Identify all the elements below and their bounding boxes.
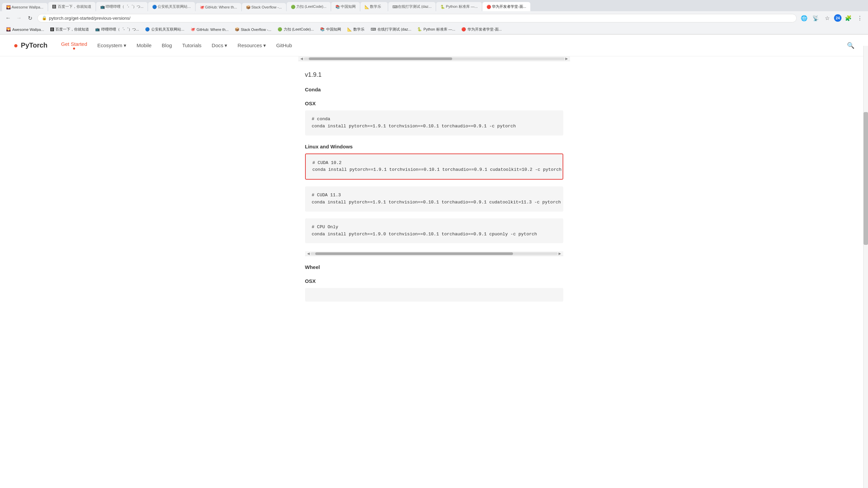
- bookmark-awesome[interactable]: 🌄 Awesome Wallpa...: [3, 26, 47, 33]
- extensions-button[interactable]: 🧩: [844, 13, 853, 23]
- bookmark-button[interactable]: ☆: [822, 13, 832, 23]
- bookmark-math[interactable]: 📐 数学乐: [344, 26, 367, 33]
- nav-mobile[interactable]: Mobile: [137, 42, 152, 48]
- tab-favicon: 🐙: [200, 5, 204, 9]
- scroll-left-arrow[interactable]: ◀: [300, 57, 304, 60]
- profile-badge[interactable]: 24: [834, 14, 842, 22]
- tab-python[interactable]: 🐍 Python 标准库 —...: [436, 2, 482, 11]
- nav-get-started[interactable]: Get Started: [61, 41, 87, 47]
- menu-button[interactable]: ⋮: [855, 13, 865, 23]
- bookmark-leetcode[interactable]: 🟢 力扣 (LeetCode)...: [275, 26, 317, 33]
- tab-favicon: 📚: [335, 5, 339, 9]
- top-scrollbar[interactable]: ◀ ▶: [298, 56, 570, 61]
- nav-github[interactable]: GitHub: [276, 42, 292, 48]
- cast-button[interactable]: 📡: [811, 13, 820, 23]
- wheel-label: Wheel: [305, 264, 563, 270]
- bookmark-baidu[interactable]: 🅱 百度一下，你就知道: [48, 26, 92, 33]
- lock-icon: 🔒: [42, 16, 47, 20]
- reload-button[interactable]: ↻: [25, 13, 35, 23]
- tab-favicon: 📦: [246, 5, 250, 9]
- osx-label: OSX: [305, 101, 563, 106]
- bottom-code-scrollbar[interactable]: ◀ ▶: [305, 251, 563, 256]
- osx2-section: OSX: [305, 278, 563, 302]
- scrollbar-thumb: [309, 57, 452, 60]
- osx-section: OSX # conda conda install pytorch==1.9.1…: [305, 101, 563, 135]
- linux-windows-label: Linux and Windows: [305, 144, 563, 149]
- bottom-scrollbar-track[interactable]: [311, 252, 558, 255]
- tab-github[interactable]: 🐙 GitHub: Where th...: [196, 3, 241, 11]
- bookmark-stackoverflow[interactable]: 📦 Stack Overflow -...: [232, 26, 274, 33]
- browser-tabs: 🌄 Awesome Wallpa... 🅱 百度一下，你就知道 📺 哔哩哔哩（゜…: [0, 0, 868, 11]
- scroll-right-arrow[interactable]: ▶: [565, 57, 569, 60]
- pytorch-logo[interactable]: ● PyTorch: [14, 41, 48, 50]
- tab-bilibili[interactable]: 📺 哔哩哔哩（゜-゜）つ...: [96, 2, 148, 11]
- right-scrollbar-thumb: [864, 112, 868, 245]
- tab-daz[interactable]: ⌨ 在线打字测试 (daz...: [388, 2, 436, 11]
- right-scrollbar[interactable]: [863, 46, 868, 320]
- bookmark-python[interactable]: 🐍 Python 标准库 —...: [414, 26, 458, 33]
- nav-docs[interactable]: Docs ▾: [212, 42, 227, 49]
- nav-blog[interactable]: Blog: [162, 42, 172, 48]
- tab-favicon: 🌄: [6, 5, 10, 9]
- back-button[interactable]: ←: [3, 13, 13, 23]
- cuda102-command: conda install pytorch==1.9.1 torchvision…: [313, 167, 562, 172]
- tab-favicon: 🅱: [52, 5, 56, 9]
- bookmark-cnki[interactable]: 📚 中国知网: [317, 26, 344, 33]
- tab-label: 中国知网: [341, 4, 356, 9]
- wheel-section: Wheel: [305, 264, 563, 270]
- tab-favicon: 🟢: [291, 5, 295, 9]
- nav-tutorials[interactable]: Tutorials: [182, 42, 201, 48]
- tab-label: 数学乐: [370, 4, 381, 9]
- tab-awesome-wallpa[interactable]: 🌄 Awesome Wallpa...: [2, 3, 48, 11]
- tab-cnki[interactable]: 📚 中国知网: [331, 2, 360, 11]
- cpu-command: conda install pytorch==1.9.0 torchvision…: [312, 232, 537, 237]
- tab-huawei[interactable]: 🔴 华为开发者学堂-面...: [482, 2, 530, 11]
- chevron-down-icon: ▾: [263, 42, 266, 49]
- tab-stackoverflow[interactable]: 📦 Stack Overflow -...: [242, 3, 286, 11]
- bookmark-label: 在线打字测试 (daz...: [377, 27, 411, 32]
- nav-resources[interactable]: Resources ▾: [237, 42, 266, 49]
- search-icon[interactable]: 🔍: [847, 42, 854, 49]
- pytorch-navbar: ● PyTorch Get Started Ecosystem ▾ Mobile…: [0, 35, 868, 56]
- bookmark-favicon: 🐍: [417, 27, 422, 32]
- tab-leetcode[interactable]: 🟢 力扣 (LeetCode)...: [287, 2, 331, 11]
- tab-gongantw[interactable]: 🔵 公安机关互联网站...: [148, 2, 195, 11]
- bookmark-favicon: ⌨: [371, 27, 376, 32]
- url-text: pytorch.org/get-started/previous-version…: [49, 16, 792, 21]
- bookmark-label: 数学乐: [353, 27, 365, 32]
- scrollbar-track[interactable]: [304, 57, 565, 60]
- translate-button[interactable]: 🌐: [799, 13, 809, 23]
- bookmark-bilibili[interactable]: 📺 哔哩哔哩（゜-゜）つ...: [92, 26, 142, 33]
- tab-favicon: 🔵: [152, 5, 156, 9]
- tab-label: Awesome Wallpa...: [12, 5, 43, 9]
- browser-chrome: 🌄 Awesome Wallpa... 🅱 百度一下，你就知道 📺 哔哩哔哩（゜…: [0, 0, 868, 35]
- bookmark-typing[interactable]: ⌨ 在线打字测试 (daz...: [368, 26, 414, 33]
- bookmark-label: 哔哩哔哩（゜-゜）つ...: [101, 27, 139, 32]
- bookmark-gongan[interactable]: 🔵 公安机关互联网站...: [142, 26, 187, 33]
- bookmark-favicon: 📐: [347, 27, 352, 32]
- forward-button[interactable]: →: [14, 13, 24, 23]
- scroll-left-arrow-bottom[interactable]: ◀: [306, 252, 311, 255]
- bookmark-label: 公安机关互联网站...: [151, 27, 184, 32]
- toolbar-icons: 🌐 📡 ☆ 24 🧩 ⋮: [799, 13, 865, 23]
- bookmark-favicon: 🐙: [191, 27, 195, 32]
- bookmark-github[interactable]: 🐙 GitHub: Where th...: [188, 26, 231, 33]
- tab-shuxuele[interactable]: 📐 数学乐: [360, 2, 388, 11]
- nav-ecosystem[interactable]: Ecosystem ▾: [98, 42, 126, 49]
- conda-label: Conda: [305, 87, 563, 92]
- bookmark-huawei[interactable]: 🔴 华为开发者学堂-面...: [459, 26, 504, 33]
- bottom-scrollbar-thumb: [315, 252, 513, 255]
- navbar-links: Get Started Ecosystem ▾ Mobile Blog Tuto…: [61, 41, 854, 50]
- osx-code-block: # conda conda install pytorch==1.9.1 tor…: [305, 110, 563, 135]
- bookmark-label: 百度一下，你就知道: [55, 27, 89, 32]
- linux-cpu-code-block: # CPU Only conda install pytorch==1.9.0 …: [305, 218, 563, 243]
- tab-favicon: 📐: [365, 5, 369, 9]
- version-title: v1.9.1: [305, 71, 563, 78]
- address-bar[interactable]: 🔒 pytorch.org/get-started/previous-versi…: [37, 14, 797, 22]
- bookmark-label: Python 标准库 —...: [423, 27, 455, 32]
- linux-cuda113-code-block: # CUDA 11.3 conda install pytorch==1.9.1…: [305, 186, 563, 212]
- scroll-right-arrow-bottom[interactable]: ▶: [558, 252, 562, 255]
- bookmark-favicon: 🔴: [461, 27, 466, 32]
- tab-baidu[interactable]: 🅱 百度一下，你就知道: [48, 2, 95, 11]
- bookmark-label: 力扣 (LeetCode)...: [284, 27, 314, 32]
